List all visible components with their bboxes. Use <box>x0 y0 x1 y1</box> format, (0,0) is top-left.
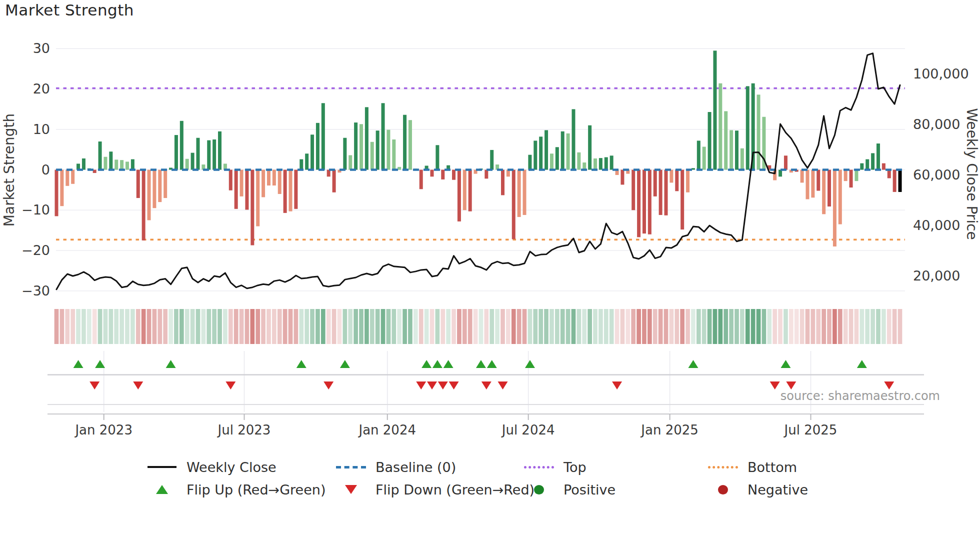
heatmap-cell <box>577 309 582 344</box>
negative-bar <box>670 170 673 183</box>
heatmap-cell <box>392 309 396 344</box>
heatmap-cell <box>158 309 162 344</box>
heatmap-cell <box>506 309 510 344</box>
y-left-tick-label: 30 <box>33 40 50 56</box>
negative-bar <box>234 170 238 209</box>
heatmap-cell <box>876 309 880 344</box>
market-strength-chart-page: Market Strength source: sharemaestro.com… <box>0 0 980 551</box>
heatmap-cell <box>674 309 679 344</box>
positive-bar <box>740 148 744 170</box>
legend-item: Flip Down (Green→Red) <box>335 480 523 498</box>
negative-bar <box>468 170 472 212</box>
heatmap-cell <box>756 309 761 344</box>
heatmap-cell <box>479 309 484 344</box>
heatmap-cell <box>588 309 592 344</box>
flip-down-marker <box>786 382 796 390</box>
positive-bar <box>186 159 189 170</box>
heatmap-cell <box>240 309 244 344</box>
heatmap-cell <box>582 309 586 344</box>
negative-bar <box>332 170 336 192</box>
negative-bar <box>250 170 254 246</box>
positive-bar <box>702 146 706 170</box>
flip-up-marker <box>422 360 432 368</box>
heatmap-cell <box>174 309 178 344</box>
heatmap-cell <box>359 309 364 344</box>
negative-bar <box>888 170 891 178</box>
heatmap-cell <box>767 309 772 344</box>
flip-down-marker <box>427 382 437 390</box>
positive-bar <box>735 130 738 170</box>
legend-label: Positive <box>564 482 616 498</box>
heatmap-cell <box>348 309 352 344</box>
legend-label: Bottom <box>748 460 797 475</box>
heatmap-cell <box>849 309 854 344</box>
positive-bar <box>386 130 390 170</box>
heatmap-cell <box>408 309 412 344</box>
positive-bar <box>126 162 129 170</box>
legend-row: Weekly CloseBaseline (0)TopBottom <box>146 458 866 476</box>
strength-heatmap-strip <box>54 309 902 344</box>
positive-bar <box>348 155 352 170</box>
negative-bar <box>637 170 640 238</box>
heatmap-cell <box>734 309 739 344</box>
flip-down-marker <box>482 382 492 390</box>
x-tick-label: Jul 2024 <box>501 422 555 438</box>
positive-bar <box>316 123 320 170</box>
positive-bar <box>408 120 412 170</box>
negative-bar <box>158 170 162 202</box>
positive-bar <box>784 156 788 170</box>
heatmap-cell <box>147 309 152 344</box>
positive-bar <box>866 160 869 170</box>
heatmap-cell <box>386 309 391 344</box>
negative-bar <box>686 170 690 192</box>
heatmap-cell <box>680 309 684 344</box>
positive-bar <box>436 145 439 170</box>
heatmap-cell <box>196 309 200 344</box>
positive-bar <box>403 115 406 170</box>
heatmap-cell <box>729 309 734 344</box>
heatmap-cell <box>190 309 195 344</box>
flip-up-marker <box>525 360 535 368</box>
heatmap-cell <box>228 309 233 344</box>
heatmap-cell <box>860 309 864 344</box>
heatmap-cell <box>98 309 102 344</box>
legend-label: Top <box>564 460 586 475</box>
positive-bar <box>174 135 178 170</box>
red-triangle-down-icon <box>335 485 367 494</box>
heatmap-cell <box>806 309 810 344</box>
positive-bar <box>212 140 216 170</box>
heatmap-cell <box>261 309 266 344</box>
flip-down-marker <box>612 382 622 390</box>
negative-bar <box>680 170 684 230</box>
heatmap-cell <box>376 309 380 344</box>
positive-bar <box>305 154 308 170</box>
heatmap-cell <box>250 309 254 344</box>
heatmap-cell <box>136 309 140 344</box>
heatmap-cell <box>528 309 532 344</box>
heatmap-cell <box>811 309 816 344</box>
heatmap-cell <box>772 309 777 344</box>
heatmap-cell <box>60 309 64 344</box>
negative-bar <box>136 170 140 198</box>
flip-up-marker <box>340 360 350 368</box>
positive-bar <box>376 130 380 170</box>
blue-dash-icon <box>336 466 366 468</box>
flip-down-marker <box>416 382 426 390</box>
heatmap-cell <box>419 309 424 344</box>
negative-bar <box>148 170 151 220</box>
positive-bar <box>599 158 602 170</box>
heatmap-cell <box>865 309 870 344</box>
legend-item: Baseline (0) <box>335 458 523 476</box>
negative-bar <box>898 170 902 192</box>
heatmap-cell <box>223 309 228 344</box>
negative-bar <box>164 170 167 198</box>
flip-down-marker <box>438 382 448 390</box>
positive-bar <box>207 140 210 170</box>
heatmap-cell <box>364 309 369 344</box>
negative-bar <box>838 170 842 224</box>
positive-bar <box>718 84 722 170</box>
heatmap-cell <box>272 309 276 344</box>
heatmap-cell <box>338 309 342 344</box>
heatmap-cell <box>870 309 875 344</box>
negative-bar <box>800 170 804 183</box>
